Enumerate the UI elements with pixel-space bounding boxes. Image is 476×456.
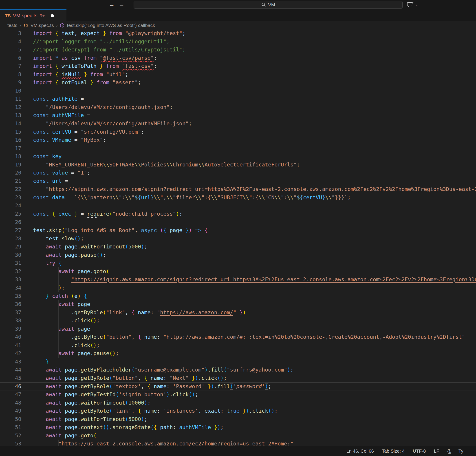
chevron-down-icon[interactable]: ⌄ bbox=[415, 2, 418, 7]
line-number[interactable]: 52 bbox=[0, 431, 21, 440]
line-number[interactable]: 41 bbox=[0, 341, 21, 350]
code-line[interactable]: 52 await page.goto( bbox=[0, 431, 476, 440]
code-line[interactable]: 44 await page.getByPlaceholder("username… bbox=[0, 366, 476, 374]
code-line[interactable]: 4//import logger from "../utils/LoggerUt… bbox=[0, 37, 476, 46]
line-number[interactable]: 36 bbox=[0, 300, 21, 309]
code-line[interactable]: 34 ); bbox=[0, 284, 476, 292]
line-number[interactable]: 51 bbox=[0, 423, 21, 431]
code-line[interactable]: 17 bbox=[0, 144, 476, 153]
line-number[interactable]: 9 bbox=[0, 78, 21, 87]
line-number[interactable]: 49 bbox=[0, 407, 21, 415]
line-number[interactable]: 6 bbox=[0, 54, 21, 62]
code-line[interactable]: 8import { isNull } from "util"; bbox=[0, 70, 476, 79]
line-number[interactable]: 43 bbox=[0, 358, 21, 366]
code-line[interactable]: 19 "HKEY_CURRENT_USER\\SOFTWARE\\Policie… bbox=[0, 161, 476, 169]
code-line[interactable]: 51 await page.context().storageState({ p… bbox=[0, 423, 476, 431]
line-number[interactable]: 35 bbox=[0, 292, 21, 300]
code-line[interactable]: 29 await page.waitForTimeout(5000); bbox=[0, 243, 476, 251]
code-line[interactable]: 46 await page.getByRole('textbox', { nam… bbox=[0, 382, 476, 391]
code-line[interactable]: 13const authVMFile = bbox=[0, 111, 476, 120]
line-number[interactable]: 37 bbox=[0, 309, 21, 317]
line-number[interactable]: 4 bbox=[0, 37, 21, 46]
line-number[interactable]: 30 bbox=[0, 251, 21, 259]
code-line[interactable]: 30 await page.pause(); bbox=[0, 251, 476, 259]
line-number[interactable]: 17 bbox=[0, 144, 21, 153]
line-number[interactable]: 40 bbox=[0, 333, 21, 341]
code-line[interactable]: 5//import {decrypt} from "../utils/Crypt… bbox=[0, 46, 476, 54]
code-line[interactable]: 16const VMname = "MyBox"; bbox=[0, 136, 476, 144]
code-line[interactable]: 31 try { bbox=[0, 259, 476, 267]
line-number[interactable]: 28 bbox=[0, 234, 21, 243]
line-number[interactable]: 5 bbox=[0, 46, 21, 54]
code-line[interactable]: 38 .click(); bbox=[0, 317, 476, 325]
code-line[interactable]: 36 await page bbox=[0, 300, 476, 309]
line-number[interactable]: 29 bbox=[0, 243, 21, 251]
line-number[interactable]: 11 bbox=[0, 95, 21, 103]
nav-forward-icon[interactable]: → bbox=[118, 0, 126, 9]
code-line[interactable]: 42 await page.pause(); bbox=[0, 349, 476, 358]
line-number[interactable]: 19 bbox=[0, 161, 21, 169]
breadcrumb-folder[interactable]: tests bbox=[8, 23, 17, 28]
line-number[interactable]: 34 bbox=[0, 284, 21, 292]
code-line[interactable]: 15const certVU = "src/config/VU.pem"; bbox=[0, 128, 476, 136]
breadcrumb-file[interactable]: VM.spec.ts bbox=[31, 23, 54, 28]
line-number[interactable]: 12 bbox=[0, 103, 21, 112]
line-number[interactable]: 33 bbox=[0, 275, 21, 284]
line-number[interactable]: 38 bbox=[0, 317, 21, 325]
code-line[interactable]: 49 await page.getByRole('link', { name: … bbox=[0, 407, 476, 415]
language-mode[interactable]: Ty bbox=[459, 448, 463, 454]
line-number[interactable]: 21 bbox=[0, 177, 21, 185]
copilot-chat-icon[interactable] bbox=[407, 1, 414, 8]
code-line[interactable]: 23const data = `{\\"pattern\\":\\"${url}… bbox=[0, 193, 476, 202]
line-number[interactable]: 13 bbox=[0, 111, 21, 120]
code-line[interactable]: 28 test.slow(); bbox=[0, 234, 476, 243]
code-line[interactable]: 12 "/Users/dalevu/VM/src/config/auth.jso… bbox=[0, 103, 476, 112]
code-line[interactable]: 37 .getByRole("link", { name: "https://a… bbox=[0, 309, 476, 317]
code-line[interactable]: 27test.skip("Log into AWS as Root", asyn… bbox=[0, 226, 476, 234]
line-number[interactable]: 48 bbox=[0, 399, 21, 407]
line-number[interactable]: 14 bbox=[0, 120, 21, 128]
line-number[interactable]: 39 bbox=[0, 325, 21, 333]
tab-vm-spec[interactable]: TS VM.spec.ts 9+ bbox=[0, 9, 67, 21]
line-number[interactable]: 22 bbox=[0, 185, 21, 193]
line-number[interactable]: 50 bbox=[0, 415, 21, 423]
code-line[interactable]: 33 "https://signin.aws.amazon.com/signin… bbox=[0, 275, 476, 284]
code-line[interactable]: 25const { exec } = require("node:child_p… bbox=[0, 210, 476, 218]
line-number[interactable]: 24 bbox=[0, 201, 21, 210]
code-line[interactable]: 35 } catch (e) { bbox=[0, 292, 476, 300]
code-line[interactable]: 47 await page.getByTestId('signin-button… bbox=[0, 390, 476, 399]
code-line[interactable]: 14 "/Users/dalevu/VM/src/config/authVMFi… bbox=[0, 120, 476, 128]
typescript-braces-icon[interactable]: {}⊗ bbox=[447, 448, 450, 454]
line-number[interactable]: 45 bbox=[0, 374, 21, 382]
line-number[interactable]: 44 bbox=[0, 366, 21, 374]
code-line[interactable]: 11const authFile = bbox=[0, 95, 476, 103]
code-line[interactable]: 7import { writeToPath } from "fast-csv"; bbox=[0, 62, 476, 70]
code-line[interactable]: 26 bbox=[0, 218, 476, 226]
line-number[interactable]: 42 bbox=[0, 349, 21, 358]
line-number[interactable]: 3 bbox=[0, 29, 21, 37]
breadcrumb-symbol[interactable]: test.skip("Log into AWS as Root") callba… bbox=[67, 23, 155, 28]
line-number[interactable]: 10 bbox=[0, 87, 21, 95]
tab-size-indicator[interactable]: Tab Size: 4 bbox=[382, 448, 405, 454]
code-line[interactable]: 20const value = "1"; bbox=[0, 169, 476, 177]
line-number[interactable]: 46 bbox=[0, 382, 21, 391]
line-number[interactable]: 8 bbox=[0, 70, 21, 79]
code-line[interactable]: 9import { notEqual } from "assert"; bbox=[0, 78, 476, 87]
line-number[interactable]: 32 bbox=[0, 267, 21, 276]
line-number[interactable]: 16 bbox=[0, 136, 21, 144]
modified-dot-icon[interactable] bbox=[51, 14, 54, 17]
line-number[interactable]: 27 bbox=[0, 226, 21, 234]
nav-back-icon[interactable]: ← bbox=[108, 0, 116, 9]
code-line[interactable]: 50 await page.waitForTimeout(5000); bbox=[0, 415, 476, 423]
code-line[interactable]: 45 await page.getByRole("button", { name… bbox=[0, 374, 476, 382]
code-line[interactable]: 32 await page.goto( bbox=[0, 267, 476, 276]
line-number[interactable]: 26 bbox=[0, 218, 21, 226]
line-number[interactable]: 23 bbox=[0, 193, 21, 202]
code-line[interactable]: 39 await page bbox=[0, 325, 476, 333]
line-number[interactable]: 31 bbox=[0, 259, 21, 267]
command-center-search[interactable]: VM bbox=[134, 1, 403, 9]
code-line[interactable]: 22 "https://signin.aws.amazon.com/signin… bbox=[0, 185, 476, 193]
code-line[interactable]: 43 } bbox=[0, 358, 476, 366]
line-number[interactable]: 18 bbox=[0, 152, 21, 161]
line-number[interactable]: 7 bbox=[0, 62, 21, 70]
